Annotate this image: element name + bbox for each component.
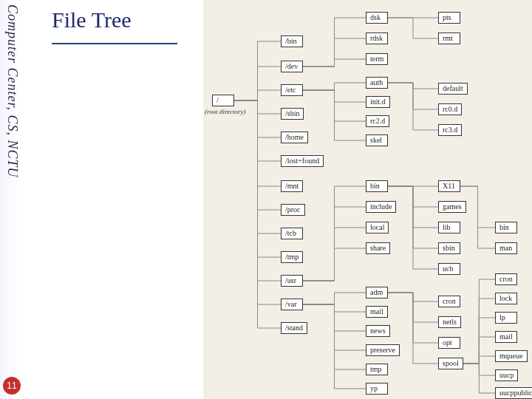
side-org-text: Computer Center, CS, NCTU [4, 4, 20, 178]
node-netls: netls [438, 316, 461, 328]
node-root: / [212, 95, 234, 106]
node-rc2d: rc2.d [366, 115, 389, 127]
node-ucb: ucb [438, 263, 460, 275]
root-caption: (root directory) [205, 108, 246, 115]
node-lock: lock [495, 293, 517, 304]
node-x11-bin: bin [495, 222, 517, 233]
node-spool-cron: cron [495, 273, 517, 285]
node-spool-mail: mail [495, 331, 517, 343]
page-title: File Tree [52, 7, 132, 33]
node-usr: /usr [281, 275, 303, 287]
file-tree-diagram: / (root directory) /bin /dev /etc /sbin … [203, 0, 532, 399]
node-mnt: /mnt [281, 180, 303, 192]
node-default: default [438, 83, 468, 95]
node-bin: /bin [281, 35, 303, 47]
page-number-badge: 11 [3, 377, 21, 395]
node-opt: opt [438, 337, 460, 349]
node-usr-bin: bin [366, 180, 388, 192]
node-preserve: preserve [366, 344, 400, 356]
node-local: local [366, 222, 389, 233]
node-uucp: uucp [495, 369, 518, 381]
node-term: term [366, 53, 388, 65]
node-spool: spool [438, 358, 463, 369]
node-games: games [438, 201, 466, 213]
node-var-cron: cron [438, 296, 460, 307]
node-usr-sbin: sbin [438, 242, 460, 254]
node-var-tmp: tmp [366, 364, 388, 375]
node-auth: auth [366, 77, 388, 89]
node-pts: pts [438, 12, 460, 24]
node-rdsk: rdsk [366, 33, 388, 44]
node-tmp: /tmp [281, 251, 303, 263]
node-rc3d: rc3.d [438, 124, 462, 136]
node-home: /home [281, 132, 308, 143]
node-var-mail: mail [366, 306, 388, 318]
title-underline [52, 43, 177, 44]
node-rmt: rmt [438, 33, 460, 44]
node-rc0d: rc0.d [438, 103, 462, 115]
node-lp: lp [495, 312, 517, 324]
node-yp: yp [366, 383, 388, 395]
node-x11-man: man [495, 242, 517, 254]
node-mqueue: mqueue [495, 350, 528, 362]
node-adm: adm [366, 287, 388, 299]
node-sbin: /sbin [281, 108, 304, 120]
node-include: include [366, 201, 396, 213]
node-tcb: /tcb [281, 228, 303, 239]
node-var: /var [281, 299, 303, 310]
node-etc: /etc [281, 84, 303, 96]
node-skel: skel [366, 134, 388, 146]
node-lib: lib [438, 222, 460, 233]
node-dev: /dev [281, 61, 303, 72]
node-stand: /stand [281, 322, 307, 334]
node-dsk: dsk [366, 12, 388, 24]
node-initd: init.d [366, 96, 390, 108]
node-news: news [366, 325, 390, 337]
node-share: share [366, 242, 390, 254]
node-lostfound: /lost+found [281, 155, 324, 167]
node-proc: /proc [281, 204, 305, 216]
node-uucppublic: uucppublic [495, 387, 532, 399]
node-x11: X11 [438, 180, 460, 192]
